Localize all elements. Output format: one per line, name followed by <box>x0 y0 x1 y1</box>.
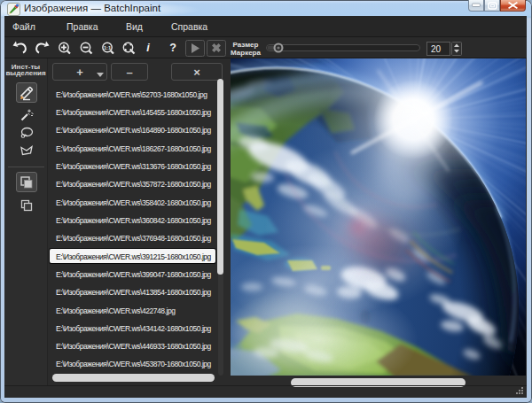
svg-text:Размер: Размер <box>233 41 259 49</box>
svg-text:1:1: 1:1 <box>104 45 111 50</box>
svg-text:Маркера: Маркера <box>231 49 261 57</box>
svg-text:20: 20 <box>431 44 442 54</box>
svg-text:i: i <box>146 42 150 54</box>
svg-text:?: ? <box>169 42 176 54</box>
